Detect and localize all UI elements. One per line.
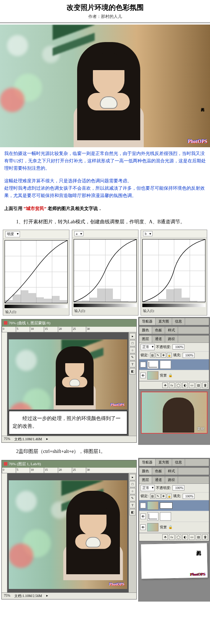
lock-pixels-icon[interactable]: ✎ — [156, 353, 161, 358]
lock-icon: 🔒 — [168, 373, 172, 377]
close-icon[interactable] — [4, 462, 7, 466]
tool-icon[interactable]: ○ — [129, 347, 136, 353]
intro-paragraph-1: 我在拍摄这一幅时光源比较复杂，临窗一则是正常自然光，由于室内外光线反差很强烈，当… — [0, 147, 210, 175]
signature-card: 那村的人儿 PhotOPS — [141, 543, 208, 579]
opacity-input[interactable]: 100% — [172, 344, 184, 350]
doc-size: 文档:1.10M/1.46M — [14, 437, 42, 442]
tab-swatches[interactable]: 色板 — [152, 468, 165, 475]
channel-dropdown[interactable]: b — [143, 231, 153, 236]
tab-info[interactable]: 信息 — [172, 318, 185, 325]
blend-mode-dropdown[interactable]: 正常 — [141, 344, 155, 350]
fx-icon[interactable]: fx — [169, 382, 175, 388]
tab-color[interactable]: 颜色 — [139, 327, 152, 334]
layer-thumbnail[interactable] — [147, 512, 158, 521]
tool-icon[interactable]: ✎ — [129, 495, 136, 501]
ruler-vertical — [2, 473, 7, 592]
zoom-level[interactable]: 75% — [4, 594, 10, 598]
trash-icon[interactable]: 🗑 — [202, 382, 208, 388]
channel-dropdown[interactable]: a — [74, 231, 83, 236]
mask-icon[interactable]: ◯ — [176, 382, 181, 388]
ruler-horizontal: 051015202530 — [2, 468, 136, 473]
visibility-icon[interactable]: 👁 — [140, 373, 146, 378]
layer-row-layer1[interactable]: 👁 图层 1 — [139, 500, 209, 511]
visibility-icon[interactable]: 👁 — [140, 362, 146, 367]
adjustment-icon[interactable]: ◐ — [182, 534, 188, 540]
ps-canvas[interactable]: PhotOPS — [7, 473, 129, 592]
ps-canvas[interactable]: PhotOPS 经过这一步的处理，照片的环境颜色得到了一定的改善。 — [7, 332, 129, 436]
lock-position-icon[interactable]: ✥ — [161, 353, 166, 358]
layer-thumbnail[interactable] — [147, 523, 158, 531]
tab-layers[interactable]: 图层 — [139, 476, 152, 483]
tab-channels[interactable]: 通道 — [152, 476, 165, 483]
layer-row-curves[interactable]: 👁 — [139, 359, 209, 370]
tool-icon[interactable]: ✎ — [129, 354, 136, 360]
lock-all-icon[interactable]: 🔒 — [167, 494, 172, 499]
tab-styles[interactable]: 样式 — [165, 327, 178, 334]
new-layer-icon[interactable]: ▤ — [196, 534, 201, 540]
tab-swatches[interactable]: 色板 — [152, 327, 165, 334]
tab-channels[interactable]: 通道 — [152, 335, 165, 343]
tab-histogram[interactable]: 直方图 — [156, 459, 172, 466]
link-icon[interactable]: ⬘ — [162, 534, 168, 540]
tool-icon[interactable]: □ — [129, 340, 136, 346]
curve-graph[interactable] — [5, 240, 68, 303]
tab-info[interactable]: 信息 — [172, 459, 185, 466]
tab-styles[interactable]: 样式 — [165, 468, 178, 475]
ps-titlebar[interactable]: 76% (图层 1, Lab/8) — [2, 460, 136, 468]
lock-transparency-icon[interactable]: ▨ — [150, 353, 155, 358]
tool-icon[interactable]: ▸ — [129, 333, 136, 339]
tool-icon[interactable]: ○ — [129, 488, 136, 494]
tab-histogram[interactable]: 直方图 — [156, 318, 172, 325]
tab-navigator[interactable]: 导航器 — [139, 459, 156, 466]
blend-mode-dropdown[interactable]: 正常 — [141, 485, 155, 491]
visibility-icon[interactable]: 👁 — [140, 503, 146, 508]
tab-navigator[interactable]: 导航器 — [139, 318, 156, 325]
new-layer-icon[interactable]: ▤ — [196, 382, 201, 388]
ps-statusbar: 75% 文档:1.10M/1.46M ▸ — [2, 436, 136, 442]
mask-icon[interactable]: ◯ — [176, 534, 181, 540]
tool-icon[interactable]: T — [129, 502, 136, 508]
tab-color[interactable]: 颜色 — [139, 468, 152, 475]
fill-input[interactable]: 100% — [183, 494, 195, 499]
watermark-logo: PhotOPS — [109, 582, 124, 586]
tool-icon[interactable]: ◧ — [129, 368, 136, 374]
lock-pixels-icon[interactable]: ✎ — [156, 494, 161, 499]
lock-position-icon[interactable]: ✥ — [161, 494, 166, 499]
adjustment-icon[interactable]: ◐ — [182, 382, 188, 388]
layer-thumbnail[interactable] — [147, 360, 158, 369]
fill-input[interactable]: 100% — [183, 353, 195, 358]
folder-icon[interactable]: ▭ — [189, 534, 195, 540]
trash-icon[interactable]: 🗑 — [202, 534, 208, 540]
curve-graph[interactable] — [142, 239, 205, 302]
opacity-input[interactable]: 100% — [172, 485, 184, 490]
close-icon[interactable] — [4, 321, 7, 325]
mask-thumbnail[interactable] — [160, 512, 171, 521]
layer-thumbnail[interactable] — [147, 371, 158, 380]
folder-icon[interactable]: ▭ — [189, 382, 195, 388]
tool-icon[interactable]: □ — [129, 481, 136, 487]
curve-panel-a: a 输入(I): — [72, 230, 138, 316]
tool-icon[interactable]: T — [129, 361, 136, 367]
lock-all-icon[interactable]: 🔒 — [167, 353, 172, 358]
visibility-icon[interactable]: 👁 — [140, 514, 146, 519]
tab-paths[interactable]: 路径 — [165, 476, 178, 483]
visibility-icon[interactable]: 👁 — [140, 524, 146, 530]
link-icon[interactable]: ⬘ — [162, 382, 168, 388]
lock-transparency-icon[interactable]: ▨ — [150, 494, 155, 499]
layer-row-background[interactable]: 👁 背景 🔒 — [139, 370, 209, 381]
curve-graph[interactable] — [74, 239, 137, 302]
layers-panel: 图层 通道 路径 正常 不透明度: 100% 锁定: ▨ ✎ ✥ 🔒 填充: 1… — [139, 335, 209, 389]
fx-icon[interactable]: fx — [169, 534, 175, 540]
channel-dropdown[interactable]: 明度 — [5, 231, 20, 237]
tool-icon[interactable]: ◧ — [129, 509, 136, 515]
tool-icon[interactable]: ▸ — [129, 474, 136, 480]
tab-paths[interactable]: 路径 — [165, 335, 178, 343]
layer-name-input[interactable]: 图层 1 — [160, 502, 172, 509]
layer-row-background[interactable]: 👁 背景 🔒 — [139, 522, 209, 533]
mask-thumbnail[interactable] — [160, 360, 171, 369]
layer-thumbnail[interactable] — [147, 501, 158, 510]
tab-layers[interactable]: 图层 — [139, 335, 152, 343]
layer-row-curves[interactable]: 👁 — [139, 511, 209, 522]
zoom-level[interactable]: 75% — [4, 437, 10, 442]
ps-titlebar[interactable]: 76% (曲线 1, 图层蒙版/8) — [2, 319, 136, 327]
